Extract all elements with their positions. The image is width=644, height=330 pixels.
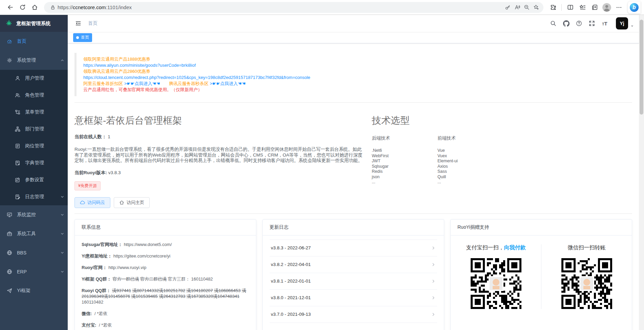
scrollbar-thumb[interactable] [640, 20, 643, 115]
changelog-item[interactable]: v3.8.2 - 2022-04-01 [270, 256, 437, 273]
changelog-item[interactable]: v3.7.0 - 2021-09-13 [270, 306, 437, 323]
changelog-item[interactable]: v3.8.1 - 2022-01-01 [270, 273, 437, 290]
read-aloud-icon[interactable] [512, 3, 522, 12]
fullscreen-icon[interactable] [586, 18, 598, 29]
backend-title: 后端技术 [372, 135, 437, 141]
visit-gitee-button[interactable]: 访问码云 [74, 197, 110, 208]
sidebar-item-label: 菜单管理 [25, 109, 44, 115]
font-size-icon[interactable]: TT [599, 18, 610, 29]
globe-icon [7, 269, 12, 274]
sidebar-item-系统管理[interactable]: 系统管理 [0, 51, 68, 70]
app-logo[interactable]: 意框架管理系统 [0, 15, 68, 32]
announcement-link[interactable]: >☛☛点我进入☚☚ [210, 81, 245, 86]
sidebar-item-label: 系统工具 [17, 231, 36, 237]
breadcrumb[interactable]: 首页 [88, 20, 98, 26]
donate-card-title: RuoYi捐赠支持 [451, 220, 632, 235]
intro-section: 意框架-若依后台管理框架 当前在线人数： 1 Ruoyi:一直想做一款后台管理系… [74, 109, 364, 208]
visit-homepage-button[interactable]: 访问主页 [114, 197, 150, 208]
add-favorite-star-icon[interactable] [531, 3, 541, 12]
sidebar-fold-icon[interactable] [72, 18, 84, 29]
tech-item: .Net6 [372, 148, 437, 153]
home-icon [119, 200, 124, 205]
avatar-caret-down-icon[interactable] [630, 24, 634, 28]
contact-row: Yi框架 QQ群：官方一群已满 官方二群已满 官方三群： 160110482 [82, 276, 249, 282]
address-bar[interactable]: https://ccnetcore.com:1101/index [44, 2, 543, 13]
sidebar-item-BBS[interactable]: BBS [0, 243, 68, 262]
cloud-icon [80, 200, 85, 205]
tool-icon [7, 231, 12, 236]
sidebar-item-角色管理[interactable]: 角色管理 [0, 87, 68, 104]
intro-paragraph: Ruoyi:一直想做一款后台管理系统，看了很多优秀的开源项目但是发现没有合适自己… [74, 147, 364, 164]
browser-home-icon[interactable] [29, 2, 40, 13]
announcement-line: 领取阿里云通用云产品1888优惠券 [83, 56, 625, 62]
announcement-link[interactable]: https://cloud.tencent.com/redirect.php?r… [83, 75, 310, 80]
sidebar-item-系统监控[interactable]: 系统监控 [0, 205, 68, 224]
contact-row: Ruoyi QQ群：满937441 满887144332满180251782 满… [82, 288, 249, 305]
user-avatar[interactable]: Yj [616, 17, 628, 29]
sidebar-item-首页[interactable]: 首页 [0, 32, 68, 51]
browser-back-icon[interactable] [5, 2, 16, 13]
favorites-icon[interactable] [577, 2, 588, 13]
announcement-link[interactable]: >☛☛点我进入☚☚ [124, 81, 160, 86]
wechat-caption: 微信扫一扫转账 [568, 244, 606, 251]
sidebar-item-label: 系统监控 [17, 212, 36, 218]
changelog-item[interactable]: v3.8.0 - 2021-12-01 [270, 290, 437, 306]
announcement-link[interactable]: https://www.aliyun.com/minisite/goods?us… [83, 63, 196, 68]
sidebar-item-系统工具[interactable]: 系统工具 [0, 224, 68, 243]
browser-toolbar: https://ccnetcore.com:1101/index [0, 0, 644, 15]
url-text[interactable]: https://ccnetcore.com:1101/index [58, 4, 503, 10]
backend-list: .Net6WebFirstJWTSqlsugarRedisjson... [372, 148, 437, 185]
copilot-icon[interactable]: b [628, 1, 641, 14]
sidebar-item-日志管理[interactable]: 日志管理 [0, 188, 68, 205]
browser-refresh-icon[interactable] [17, 2, 28, 13]
sidebar-item-Yi框架[interactable]: Yi框架 [0, 281, 68, 300]
chevron-up-icon [60, 58, 64, 62]
site-permissions-lock-icon[interactable] [48, 3, 58, 12]
sidebar-item-label: 角色管理 [25, 92, 44, 98]
page-scrollbar[interactable] [639, 15, 644, 330]
screen: https://ccnetcore.com:1101/index [0, 0, 644, 330]
sidebar-item-用户管理[interactable]: 用户管理 [0, 70, 68, 87]
browser-menu-ellipsis-icon[interactable] [614, 2, 624, 13]
tech-item: ... [372, 180, 437, 185]
tech-item: Sqlsugar [372, 164, 437, 169]
submenu-系统管理: 用户管理角色管理菜单管理部门管理岗位管理字典管理参数设置日志管理 [0, 70, 68, 205]
free-open-source-badge: ¥免费开源 [74, 181, 101, 190]
tech-item: Element-ui [437, 159, 503, 164]
search-icon[interactable] [548, 18, 559, 29]
sidebar-item-字典管理[interactable]: 字典管理 [0, 154, 68, 171]
sidebar-item-label: 用户管理 [25, 75, 44, 81]
divider [74, 102, 632, 103]
collections-icon[interactable] [589, 2, 600, 13]
zoom-out-icon[interactable] [522, 3, 531, 12]
help-question-icon[interactable] [573, 18, 585, 29]
tech-item: Vuex [437, 153, 503, 159]
tech-item: Quill [437, 174, 503, 180]
pay-me-link[interactable]: 向我付款 [504, 245, 526, 250]
changelog-card-title: 更新日志 [263, 220, 444, 235]
changelog-item[interactable]: v3.8.3 - 2022-06-27 [270, 240, 437, 256]
contact-row: Yi意框架地址：https://gitee.com/ccnetcore/yi [82, 253, 249, 259]
split-screen-icon[interactable] [565, 2, 576, 13]
tech-item: Sass [437, 169, 503, 174]
dashboard-icon [7, 39, 12, 44]
sidebar-item-岗位管理[interactable]: 岗位管理 [0, 138, 68, 154]
sidebar-item-ERP[interactable]: ERP [0, 262, 68, 281]
alipay-column: 支付宝扫一扫，向我付款 [451, 244, 541, 309]
sidebar-item-部门管理[interactable]: 部门管理 [0, 121, 68, 138]
frontend-list: VueVuexElement-uiAxiosSassQuill... [437, 148, 503, 185]
peoples-icon [15, 92, 20, 98]
contact-rows: Sqlsugar官网地址：https://www.donet5.com/Yi意框… [75, 235, 256, 330]
tech-item: JWT [372, 159, 437, 164]
tag-home[interactable]: 首页 [73, 33, 92, 42]
extensions-puzzle-icon[interactable] [548, 2, 558, 13]
sidebar-item-参数设置[interactable]: 参数设置 [0, 171, 68, 188]
saved-password-key-icon[interactable] [503, 3, 512, 12]
tech-title: 技术选型 [372, 114, 632, 127]
dict-icon [15, 160, 20, 166]
sidebar-item-菜单管理[interactable]: 菜单管理 [0, 104, 68, 121]
tech-item: Vue [437, 148, 503, 153]
tech-item: WebFirst [372, 153, 437, 159]
github-icon[interactable] [560, 18, 572, 29]
profile-avatar[interactable] [601, 2, 612, 13]
